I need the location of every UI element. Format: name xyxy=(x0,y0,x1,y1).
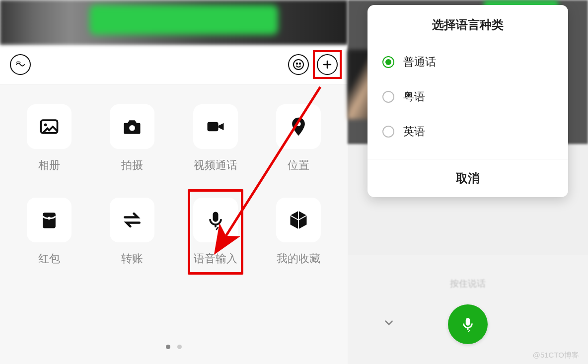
transfer-icon xyxy=(110,198,154,242)
video-icon xyxy=(193,104,238,149)
attachment-label: 相册 xyxy=(38,158,60,173)
attachment-label: 转账 xyxy=(121,251,143,266)
chevron-down-icon[interactable] xyxy=(382,316,395,332)
attachment-label: 拍摄 xyxy=(121,158,143,173)
language-option-cantonese[interactable]: 粤语 xyxy=(382,79,553,114)
chat-input-bar xyxy=(0,45,348,84)
attachment-transfer[interactable]: 转账 xyxy=(110,198,154,266)
attachment-video-call[interactable]: 视频通话 xyxy=(193,104,238,173)
microphone-icon xyxy=(193,198,238,242)
svg-point-5 xyxy=(129,125,135,131)
camera-icon xyxy=(110,104,154,149)
attachment-label: 红包 xyxy=(38,251,60,266)
svg-rect-6 xyxy=(207,122,218,131)
attachment-location[interactable]: 位置 xyxy=(276,104,321,173)
location-pin-icon xyxy=(276,104,321,149)
page-indicator xyxy=(166,345,182,349)
watermark: @51CTO博客 xyxy=(533,351,579,360)
svg-rect-12 xyxy=(466,318,470,326)
chat-message-bubble xyxy=(89,5,278,35)
hold-to-talk-label: 按住说话 xyxy=(450,278,486,290)
radio-icon xyxy=(382,91,394,103)
image-icon xyxy=(27,104,72,149)
chat-attachments-panel: 相册 拍摄 视频通话 xyxy=(0,0,348,364)
attachment-label: 视频通话 xyxy=(194,158,237,173)
attachment-favorites[interactable]: 我的收藏 xyxy=(276,198,321,266)
voice-toggle-button[interactable] xyxy=(10,54,31,75)
language-selection-panel: 选择语言种类 普通话 粤语 英语 取消 按住说话 xyxy=(348,0,588,364)
cube-icon xyxy=(276,198,321,242)
red-envelope-icon xyxy=(27,198,72,242)
language-option-mandarin[interactable]: 普通话 xyxy=(382,45,553,79)
language-dialog: 选择语言种类 普通话 粤语 英语 取消 xyxy=(368,5,568,197)
attachments-grid-panel: 相册 拍摄 视频通话 xyxy=(0,84,348,364)
svg-point-4 xyxy=(44,123,47,126)
annotation-highlight-voice: 语音输入 xyxy=(188,189,243,275)
emoji-button[interactable] xyxy=(288,54,309,75)
radio-icon xyxy=(382,56,394,68)
language-option-english[interactable]: 英语 xyxy=(382,114,553,149)
chat-background xyxy=(0,0,348,45)
option-label: 普通话 xyxy=(403,55,436,70)
svg-point-0 xyxy=(294,60,303,70)
svg-point-9 xyxy=(48,217,51,219)
svg-rect-8 xyxy=(43,213,56,228)
attachment-label: 位置 xyxy=(288,158,309,173)
dialog-title: 选择语言种类 xyxy=(368,17,568,45)
attachment-red-packet[interactable]: 红包 xyxy=(27,198,72,266)
voice-record-button[interactable] xyxy=(448,304,488,344)
attachment-voice-input[interactable]: 语音输入 xyxy=(193,198,238,266)
page-dot xyxy=(166,345,170,349)
message-text-input[interactable] xyxy=(39,52,280,77)
attachment-label: 我的收藏 xyxy=(277,251,320,266)
svg-point-1 xyxy=(296,63,297,64)
attachment-shoot[interactable]: 拍摄 xyxy=(110,104,154,173)
option-label: 英语 xyxy=(403,124,425,139)
page-dot xyxy=(177,345,182,349)
attachment-album[interactable]: 相册 xyxy=(27,104,72,173)
attachment-label: 语音输入 xyxy=(193,251,238,266)
svg-point-7 xyxy=(296,122,301,127)
radio-icon xyxy=(382,126,394,138)
annotation-highlight-plus xyxy=(313,50,342,79)
svg-rect-10 xyxy=(213,212,218,222)
plus-button[interactable] xyxy=(317,54,338,75)
option-label: 粤语 xyxy=(403,89,425,104)
cancel-button[interactable]: 取消 xyxy=(368,159,568,197)
svg-point-2 xyxy=(299,63,300,64)
voice-record-area: 按住说话 xyxy=(348,255,588,364)
